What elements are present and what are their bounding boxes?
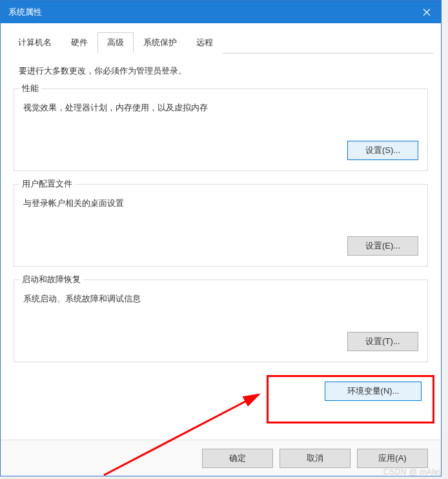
tab-hardware[interactable]: 硬件 bbox=[61, 32, 97, 54]
tabs: 计算机名 硬件 高级 系统保护 远程 bbox=[8, 32, 433, 54]
system-properties-window: 系统属性 计算机名 硬件 高级 系统保护 远程 要进行大多数更改，你必须作为管理… bbox=[0, 0, 442, 476]
watermark: CSDN @ mAlex bbox=[383, 467, 443, 476]
tab-advanced[interactable]: 高级 bbox=[97, 32, 134, 54]
titlebar: 系统属性 bbox=[1, 1, 441, 23]
startup-settings-button[interactable]: 设置(T)... bbox=[347, 332, 418, 351]
group-startup-title: 启动和故障恢复 bbox=[19, 274, 83, 285]
close-button[interactable] bbox=[412, 1, 441, 23]
group-performance: 性能 视觉效果，处理器计划，内存使用，以及虚拟内存 设置(S)... bbox=[14, 88, 428, 171]
cancel-button[interactable]: 取消 bbox=[280, 449, 351, 468]
tab-computer-name[interactable]: 计算机名 bbox=[8, 32, 61, 54]
performance-settings-button[interactable]: 设置(S)... bbox=[347, 141, 418, 160]
group-user-profiles-desc: 与登录帐户相关的桌面设置 bbox=[23, 198, 418, 209]
group-performance-title: 性能 bbox=[19, 83, 41, 94]
user-profiles-settings-button[interactable]: 设置(E)... bbox=[347, 236, 418, 256]
ok-button[interactable]: 确定 bbox=[202, 449, 273, 468]
env-vars-row: 环境变量(N)... bbox=[14, 375, 428, 401]
window-title: 系统属性 bbox=[8, 6, 412, 18]
tab-remote[interactable]: 远程 bbox=[187, 32, 223, 54]
dialog-footer: 确定 取消 应用(A) bbox=[1, 440, 441, 476]
group-performance-desc: 视觉效果，处理器计划，内存使用，以及虚拟内存 bbox=[23, 102, 418, 114]
group-startup-desc: 系统启动、系统故障和调试信息 bbox=[23, 293, 418, 305]
group-user-profiles: 用户配置文件 与登录帐户相关的桌面设置 设置(E)... bbox=[14, 184, 428, 267]
close-icon bbox=[423, 8, 431, 16]
group-user-profiles-title: 用户配置文件 bbox=[19, 178, 75, 190]
group-startup-recovery: 启动和故障恢复 系统启动、系统故障和调试信息 设置(T)... bbox=[14, 280, 428, 362]
apply-button[interactable]: 应用(A) bbox=[357, 449, 428, 468]
tab-content-advanced: 要进行大多数更改，你必须作为管理员登录。 性能 视觉效果，处理器计划，内存使用，… bbox=[1, 54, 441, 401]
tab-system-protection[interactable]: 系统保护 bbox=[134, 32, 187, 54]
environment-variables-button[interactable]: 环境变量(N)... bbox=[325, 382, 422, 401]
tabs-container: 计算机名 硬件 高级 系统保护 远程 bbox=[1, 23, 441, 54]
admin-notice: 要进行大多数更改，你必须作为管理员登录。 bbox=[19, 65, 423, 77]
